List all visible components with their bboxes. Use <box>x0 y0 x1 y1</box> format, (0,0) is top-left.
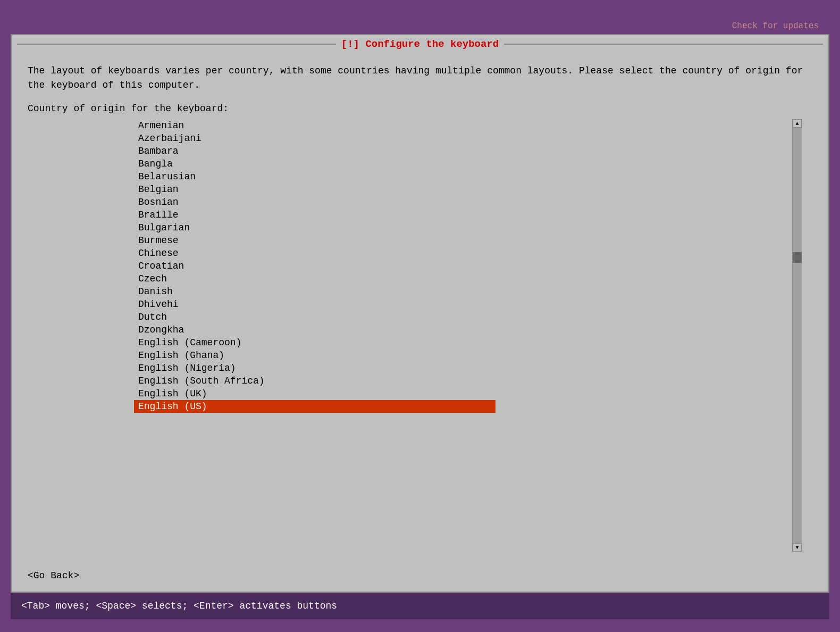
scrollbar-thumb[interactable] <box>793 252 802 263</box>
list-item[interactable]: Azerbaijani <box>134 132 792 145</box>
dialog-box: [!] Configure the keyboard The layout of… <box>11 34 829 593</box>
list-item[interactable]: Dzongkha <box>134 323 792 336</box>
list-item[interactable]: English (Nigeria) <box>134 362 792 375</box>
go-back-button[interactable]: <Go Back> <box>28 570 79 581</box>
list-item[interactable]: English (South Africa) <box>134 375 792 387</box>
list-item[interactable]: English (Ghana) <box>134 349 792 362</box>
title-line-right <box>504 44 823 45</box>
list-item[interactable]: Burmese <box>134 234 792 247</box>
list-item[interactable]: Dhivehi <box>134 298 792 311</box>
top-bar: Check for updates <box>11 18 829 34</box>
list-item[interactable]: Danish <box>134 285 792 298</box>
list-item[interactable]: Belarusian <box>134 170 792 183</box>
list-item[interactable]: Bulgarian <box>134 221 792 234</box>
dialog-title-bar: [!] Configure the keyboard <box>12 35 828 53</box>
title-line-left <box>17 44 336 45</box>
list-item[interactable]: Chinese <box>134 247 792 260</box>
list-item[interactable]: Bambara <box>134 145 792 157</box>
status-bar: <Tab> moves; <Space> selects; <Enter> ac… <box>11 593 829 619</box>
list-area: ArmenianAzerbaijaniBambaraBanglaBelarusi… <box>134 119 802 552</box>
list-item[interactable]: Croatian <box>134 260 792 272</box>
description-text: The layout of keyboards varies per count… <box>28 64 812 93</box>
list-item[interactable]: English (UK) <box>134 387 792 400</box>
list-item[interactable]: Bangla <box>134 157 792 170</box>
scrollbar-track <box>793 128 802 543</box>
list-item[interactable]: English (Cameroon) <box>134 336 792 349</box>
scrollbar: ▲ ▼ <box>792 119 802 552</box>
list-item[interactable]: Dutch <box>134 311 792 323</box>
list-item[interactable]: Braille <box>134 209 792 221</box>
scrollbar-arrow-down[interactable]: ▼ <box>793 543 802 552</box>
bottom-buttons: <Go Back> <box>12 562 828 592</box>
dialog-content: The layout of keyboards varies per count… <box>12 53 828 562</box>
list-item[interactable]: Belgian <box>134 183 792 196</box>
scrollbar-arrow-up[interactable]: ▲ <box>793 119 802 128</box>
list-item[interactable]: Armenian <box>134 119 792 132</box>
list-item[interactable]: English (US) <box>134 400 495 413</box>
dialog-title: [!] Configure the keyboard <box>341 38 499 50</box>
status-text: <Tab> moves; <Space> selects; <Enter> ac… <box>21 601 337 611</box>
list-item[interactable]: Czech <box>134 272 792 285</box>
outer-container: Check for updates [!] Configure the keyb… <box>11 13 829 619</box>
list-item[interactable]: Bosnian <box>134 196 792 209</box>
list-container[interactable]: ArmenianAzerbaijaniBambaraBanglaBelarusi… <box>134 119 792 552</box>
check-updates-link[interactable]: Check for updates <box>732 21 819 31</box>
country-label: Country of origin for the keyboard: <box>28 103 812 114</box>
